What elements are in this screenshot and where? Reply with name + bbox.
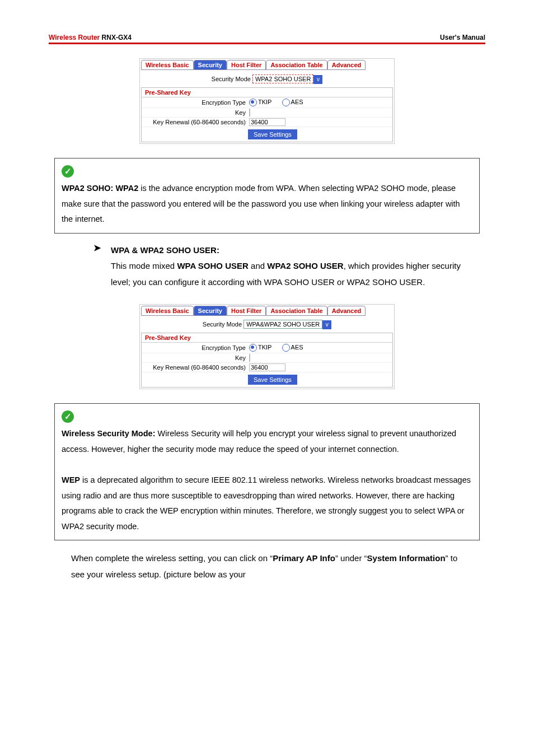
security-mode-label: Security Mode xyxy=(212,76,251,82)
tab-advanced[interactable]: Advanced xyxy=(327,60,366,70)
security-mode-label-2: Security Mode xyxy=(203,321,242,328)
pre-shared-key-panel-2: Pre-Shared Key Encryption Type TKIP AES … xyxy=(141,333,393,388)
save-settings-button-2[interactable]: Save Settings xyxy=(248,375,297,385)
psk-heading: Pre-Shared Key xyxy=(142,88,392,97)
pre-shared-key-panel: Pre-Shared Key Encryption Type TKIP AES … xyxy=(141,87,393,142)
save-settings-button[interactable]: Save Settings xyxy=(248,129,297,139)
encryption-type-row: Encryption Type TKIP AES xyxy=(142,97,392,108)
key-renewal-value[interactable]: 36400 xyxy=(249,118,285,126)
check-icon-2: ✓ xyxy=(62,410,74,423)
tab-security-2[interactable]: Security xyxy=(194,306,227,316)
bullet-wpa-wpa2: ➤ WPA & WPA2 SOHO USER: This mode mixed … xyxy=(93,242,480,291)
key-row-2: Key xyxy=(142,353,392,363)
note2-p2: is a deprecated algorithm to secure IEEE… xyxy=(62,475,471,531)
page: Wireless Router RNX-GX4 User's Manual Wi… xyxy=(49,0,485,605)
tab-host-filter[interactable]: Host Filter xyxy=(227,60,266,70)
security-mode-select[interactable]: WPA2 SOHO USER xyxy=(252,74,313,83)
note-wireless-security: ✓ Wireless Security Mode: Wireless Secur… xyxy=(54,403,480,540)
product-line: Wireless Router xyxy=(49,34,100,41)
tab-association-table-2[interactable]: Association Table xyxy=(266,306,327,316)
psk-heading-2: Pre-Shared Key xyxy=(142,333,392,343)
tab-wireless-basic[interactable]: Wireless Basic xyxy=(141,60,194,70)
tab-host-filter-2[interactable]: Host Filter xyxy=(227,306,266,316)
bullet-title: WPA & WPA2 SOHO USER: xyxy=(111,245,219,255)
tab-bar-2: Wireless Basic Security Host Filter Asso… xyxy=(141,306,393,316)
key-input-2[interactable] xyxy=(249,354,250,362)
closing-paragraph: When complete the wireless setting, you … xyxy=(71,550,463,582)
key-renewal-row: Key Renewal (60-86400 seconds) 36400 xyxy=(142,118,392,127)
note2-bold1: Wireless Security Mode: xyxy=(62,429,155,438)
radio-aes[interactable] xyxy=(282,99,290,106)
radio-tkip-label: TKIP xyxy=(258,99,271,105)
key-label: Key xyxy=(145,109,249,116)
key-renewal-value-2[interactable]: 36400 xyxy=(249,363,285,371)
tab-bar: Wireless Basic Security Host Filter Asso… xyxy=(141,60,393,70)
security-mode-select-2[interactable]: WPA&WPA2 SOHO USER xyxy=(243,320,322,329)
product-model: RNX-GX4 xyxy=(100,34,132,41)
radio-aes-label: AES xyxy=(291,99,303,105)
note2-bold2: WEP xyxy=(62,475,80,484)
bullet-text: WPA & WPA2 SOHO USER: This mode mixed WP… xyxy=(111,242,480,291)
tab-advanced-2[interactable]: Advanced xyxy=(327,306,366,316)
page-header: Wireless Router RNX-GX4 User's Manual xyxy=(49,34,485,44)
radio-aes-2[interactable] xyxy=(282,344,290,352)
note1-bold: WPA2 SOHO: WPA2 xyxy=(62,184,138,193)
key-row: Key xyxy=(142,108,392,118)
tab-association-table[interactable]: Association Table xyxy=(266,60,327,70)
header-right: User's Manual xyxy=(440,34,485,41)
tab-wireless-basic-2[interactable]: Wireless Basic xyxy=(141,306,194,316)
encryption-type-label: Encryption Type xyxy=(145,99,249,106)
header-left: Wireless Router RNX-GX4 xyxy=(49,34,132,41)
encryption-type-row-2: Encryption Type TKIP AES xyxy=(142,343,392,353)
key-renewal-row-2: Key Renewal (60-86400 seconds) 36400 xyxy=(142,363,392,372)
radio-tkip[interactable] xyxy=(249,99,257,106)
radio-tkip-2[interactable] xyxy=(249,344,257,352)
key-input[interactable] xyxy=(249,109,250,116)
security-mode-row: Security Mode WPA2 SOHO USERv xyxy=(141,74,393,84)
screenshot-wpa-wpa2-soho: Wireless Basic Security Host Filter Asso… xyxy=(139,304,395,389)
security-mode-row-2: Security Mode WPA&WPA2 SOHO USERv xyxy=(141,320,393,329)
check-icon: ✓ xyxy=(62,165,74,178)
key-renewal-label: Key Renewal (60-86400 seconds) xyxy=(145,119,249,125)
chevron-down-icon[interactable]: v xyxy=(313,75,322,84)
chevron-down-icon-2[interactable]: v xyxy=(322,320,331,329)
tab-security[interactable]: Security xyxy=(194,60,227,70)
arrow-icon: ➤ xyxy=(93,242,101,291)
note-wpa2-soho: ✓ WPA2 SOHO: WPA2 is the advance encrypt… xyxy=(54,158,480,234)
screenshot-wpa2-soho: Wireless Basic Security Host Filter Asso… xyxy=(139,58,395,144)
